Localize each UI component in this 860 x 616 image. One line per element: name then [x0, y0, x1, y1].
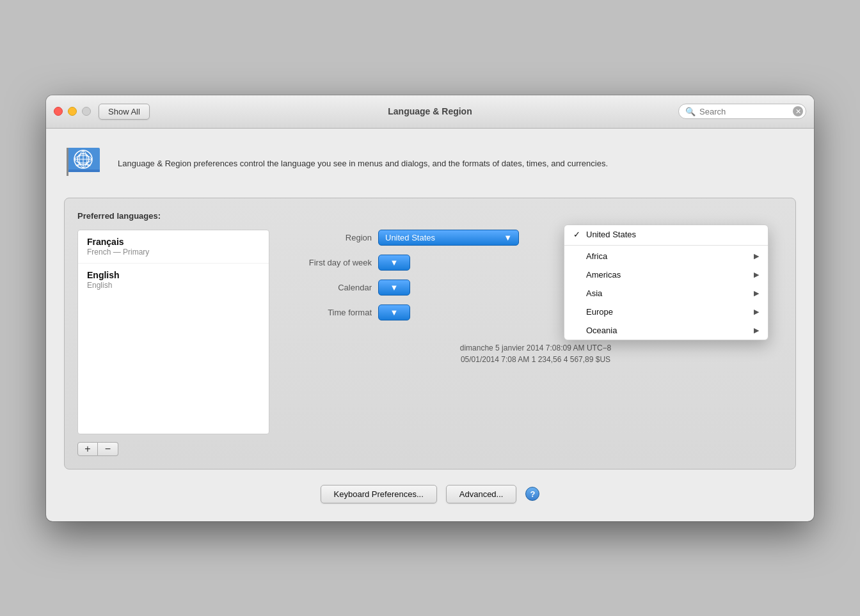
submenu-arrow-icon: ▶: [754, 289, 759, 297]
language-sub: French — Primary: [87, 248, 260, 257]
calendar-label: Calendar: [289, 283, 378, 292]
dropdown-item-label: Oceania: [586, 326, 754, 335]
header-section: Language & Region preferences control th…: [64, 144, 796, 185]
submenu-arrow-icon: ▶: [754, 271, 759, 279]
language-sub: English: [87, 281, 260, 290]
search-input[interactable]: [699, 107, 789, 116]
advanced-button[interactable]: Advanced...: [446, 485, 517, 503]
search-bar: 🔍 ✕: [678, 104, 806, 119]
language-list: Français French — Primary English Englis…: [77, 230, 269, 434]
traffic-lights: [54, 107, 91, 116]
check-icon: ✓: [573, 230, 586, 239]
flag-icon: [64, 144, 105, 185]
region-arrow-icon: ▼: [504, 233, 512, 242]
main-window: Show All Language & Region 🔍 ✕: [46, 95, 814, 521]
chevron-down-icon: ▼: [390, 283, 399, 292]
language-name: English: [87, 270, 260, 280]
header-description: Language & Region preferences control th…: [118, 157, 608, 171]
region-settings: Region United States ▼ ✓: [289, 230, 783, 364]
keyboard-preferences-button[interactable]: Keyboard Preferences...: [321, 485, 437, 503]
preview-line1: dimanche 5 janvier 2014 7:08:09 AM UTC−8: [289, 344, 783, 352]
chevron-down-icon: ▼: [390, 308, 399, 317]
search-icon: 🔍: [685, 107, 696, 116]
region-selected-value: United States: [385, 233, 435, 242]
dropdown-divider: [564, 245, 768, 246]
language-section: Français French — Primary English Englis…: [77, 230, 269, 456]
main-panel: Preferred languages: Français French — P…: [64, 198, 796, 470]
region-dropdown-menu: ✓ United States Africa ▶: [564, 225, 768, 340]
search-clear-button[interactable]: ✕: [793, 106, 803, 116]
maximize-button[interactable]: [82, 107, 91, 116]
region-row: Region United States ▼ ✓: [289, 230, 783, 246]
calendar-select-button[interactable]: ▼: [378, 280, 410, 296]
dropdown-item-united-states[interactable]: ✓ United States: [564, 225, 768, 244]
first-day-select-button[interactable]: ▼: [378, 255, 410, 271]
first-day-label: First day of week: [289, 258, 378, 267]
help-button[interactable]: ?: [525, 487, 539, 501]
region-select-button[interactable]: United States ▼: [378, 230, 519, 246]
time-format-select-button[interactable]: ▼: [378, 304, 410, 320]
language-controls: + −: [77, 442, 269, 456]
preview-line2: 05/01/2014 7:08 AM 1 234,56 4 567,89 $US: [289, 355, 783, 364]
time-format-label: Time format: [289, 308, 378, 317]
region-label: Region: [289, 233, 378, 242]
dropdown-item-label: United States: [586, 230, 759, 239]
add-language-button[interactable]: +: [77, 442, 98, 456]
window-content: Language & Region preferences control th…: [46, 129, 814, 521]
panel-body: Français French — Primary English Englis…: [77, 230, 783, 456]
dropdown-item-label: Asia: [586, 288, 754, 298]
language-name: Français: [87, 237, 260, 247]
dropdown-item-oceania[interactable]: Oceania ▶: [564, 321, 768, 340]
dropdown-item-label: Europe: [586, 307, 754, 317]
dropdown-item-africa[interactable]: Africa ▶: [564, 247, 768, 265]
remove-language-button[interactable]: −: [98, 442, 118, 456]
show-all-button[interactable]: Show All: [99, 104, 150, 120]
close-button[interactable]: [54, 107, 63, 116]
submenu-arrow-icon: ▶: [754, 326, 759, 335]
list-item[interactable]: Français French — Primary: [78, 230, 269, 264]
un-flag-svg: [65, 145, 104, 184]
dropdown-item-europe[interactable]: Europe ▶: [564, 303, 768, 321]
minimize-button[interactable]: [68, 107, 77, 116]
panel-label: Preferred languages:: [77, 211, 783, 221]
chevron-down-icon: ▼: [390, 258, 399, 267]
svg-rect-8: [68, 170, 100, 172]
dropdown-item-label: Americas: [586, 270, 754, 280]
dropdown-item-label: Africa: [586, 251, 754, 261]
svg-rect-1: [67, 148, 68, 176]
dropdown-item-asia[interactable]: Asia ▶: [564, 284, 768, 303]
titlebar: Show All Language & Region 🔍 ✕: [46, 95, 814, 129]
window-title: Language & Region: [388, 106, 472, 116]
submenu-arrow-icon: ▶: [754, 252, 759, 260]
bottom-bar: Keyboard Preferences... Advanced... ?: [64, 485, 796, 503]
region-select-container: United States ▼ ✓ United States: [378, 230, 519, 246]
dropdown-item-americas[interactable]: Americas ▶: [564, 265, 768, 284]
submenu-arrow-icon: ▶: [754, 308, 759, 316]
list-item[interactable]: English English: [78, 264, 269, 296]
